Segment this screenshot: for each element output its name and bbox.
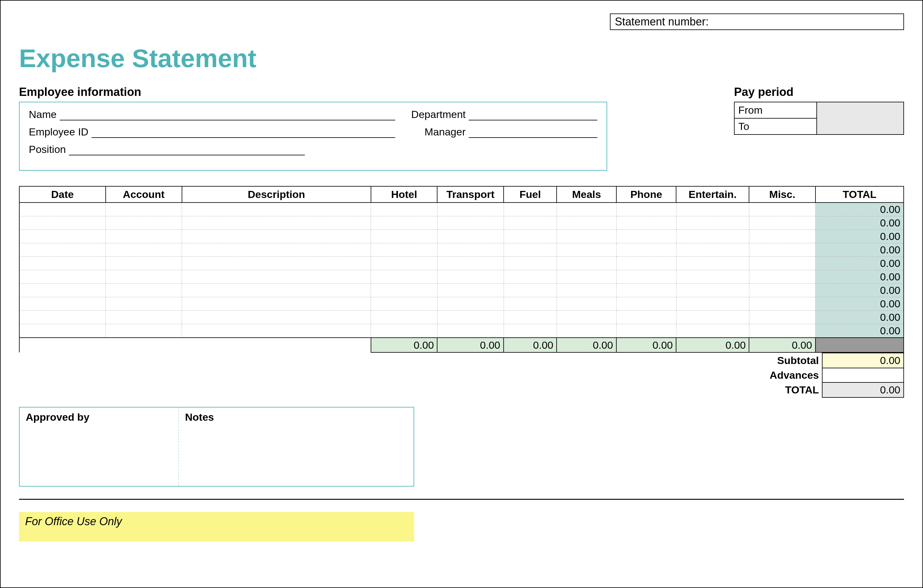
cell-date[interactable] [19,243,106,257]
cell-date[interactable] [19,324,106,338]
cell-hotel[interactable] [371,297,437,311]
cell-transport[interactable] [437,284,504,297]
cell-misc[interactable] [749,324,815,338]
cell-date[interactable] [19,216,106,230]
employee-id-field[interactable] [92,128,395,138]
cell-meals[interactable] [557,202,616,216]
cell-meals[interactable] [557,257,616,270]
cell-misc[interactable] [749,230,815,243]
cell-entertain[interactable] [676,324,749,338]
cell-account[interactable] [106,311,182,324]
cell-phone[interactable] [616,270,676,284]
cell-entertain[interactable] [676,243,749,257]
cell-misc[interactable] [749,257,815,270]
cell-account[interactable] [106,324,182,338]
cell-date[interactable] [19,284,106,297]
cell-hotel[interactable] [371,284,437,297]
cell-misc[interactable] [749,297,815,311]
cell-transport[interactable] [437,216,504,230]
cell-account[interactable] [106,216,182,230]
cell-account[interactable] [106,257,182,270]
cell-phone[interactable] [616,202,676,216]
cell-misc[interactable] [749,284,815,297]
cell-fuel[interactable] [504,257,557,270]
cell-fuel[interactable] [504,324,557,338]
cell-date[interactable] [19,230,106,243]
cell-meals[interactable] [557,216,616,230]
cell-description[interactable] [182,202,371,216]
cell-transport[interactable] [437,230,504,243]
department-field[interactable] [469,110,597,120]
cell-entertain[interactable] [676,311,749,324]
cell-transport[interactable] [437,324,504,338]
cell-misc[interactable] [749,202,815,216]
cell-misc[interactable] [749,243,815,257]
cell-meals[interactable] [557,270,616,284]
cell-transport[interactable] [437,297,504,311]
name-field[interactable] [60,110,395,120]
advances-value[interactable] [822,368,904,383]
cell-phone[interactable] [616,324,676,338]
cell-date[interactable] [19,270,106,284]
cell-entertain[interactable] [676,297,749,311]
cell-account[interactable] [106,284,182,297]
cell-description[interactable] [182,284,371,297]
cell-hotel[interactable] [371,270,437,284]
cell-entertain[interactable] [676,257,749,270]
cell-phone[interactable] [616,311,676,324]
cell-misc[interactable] [749,270,815,284]
cell-hotel[interactable] [371,202,437,216]
cell-fuel[interactable] [504,202,557,216]
cell-date[interactable] [19,297,106,311]
cell-description[interactable] [182,324,371,338]
cell-transport[interactable] [437,202,504,216]
cell-account[interactable] [106,230,182,243]
cell-entertain[interactable] [676,216,749,230]
cell-transport[interactable] [437,243,504,257]
cell-meals[interactable] [557,284,616,297]
cell-phone[interactable] [616,216,676,230]
cell-entertain[interactable] [676,270,749,284]
cell-description[interactable] [182,230,371,243]
cell-fuel[interactable] [504,230,557,243]
position-field[interactable] [69,145,305,155]
cell-date[interactable] [19,257,106,270]
cell-meals[interactable] [557,230,616,243]
cell-phone[interactable] [616,257,676,270]
cell-phone[interactable] [616,230,676,243]
cell-account[interactable] [106,202,182,216]
cell-description[interactable] [182,257,371,270]
cell-phone[interactable] [616,284,676,297]
cell-account[interactable] [106,243,182,257]
cell-phone[interactable] [616,297,676,311]
cell-description[interactable] [182,216,371,230]
cell-fuel[interactable] [504,284,557,297]
cell-entertain[interactable] [676,284,749,297]
cell-meals[interactable] [557,243,616,257]
pay-period-value-block[interactable] [817,102,904,135]
cell-description[interactable] [182,243,371,257]
cell-meals[interactable] [557,297,616,311]
cell-transport[interactable] [437,257,504,270]
cell-account[interactable] [106,297,182,311]
cell-fuel[interactable] [504,243,557,257]
cell-hotel[interactable] [371,216,437,230]
cell-entertain[interactable] [676,202,749,216]
cell-hotel[interactable] [371,257,437,270]
cell-fuel[interactable] [504,311,557,324]
cell-meals[interactable] [557,324,616,338]
manager-field[interactable] [469,128,597,138]
statement-number-box[interactable]: Statement number: [610,13,904,30]
cell-description[interactable] [182,297,371,311]
cell-entertain[interactable] [676,230,749,243]
cell-fuel[interactable] [504,216,557,230]
cell-transport[interactable] [437,270,504,284]
cell-misc[interactable] [749,311,815,324]
cell-fuel[interactable] [504,297,557,311]
cell-phone[interactable] [616,243,676,257]
cell-meals[interactable] [557,311,616,324]
cell-hotel[interactable] [371,311,437,324]
cell-hotel[interactable] [371,324,437,338]
cell-description[interactable] [182,311,371,324]
cell-hotel[interactable] [371,243,437,257]
